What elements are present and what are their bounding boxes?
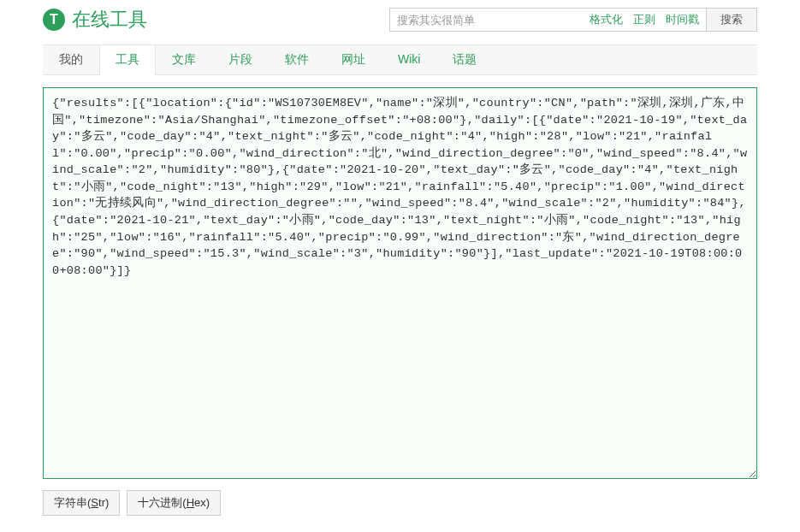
string-button-prefix: 字符串( [54, 496, 91, 509]
timestamp-link[interactable]: 时间戳 [666, 12, 699, 27]
string-button-key: S [91, 496, 98, 509]
logo-section[interactable]: 在线工具 [43, 7, 147, 33]
search-input[interactable] [389, 8, 583, 32]
nav-item-library[interactable]: 文库 [156, 45, 212, 74]
search-section: 格式化 正则 时间戳 搜索 [389, 8, 757, 32]
nav-item-my[interactable]: 我的 [43, 45, 99, 74]
format-link[interactable]: 格式化 [590, 12, 623, 27]
nav-bar: 我的 工具 文库 片段 软件 网址 Wiki 话题 [43, 44, 757, 75]
regex-link[interactable]: 正则 [633, 12, 655, 27]
hex-button-key: H [187, 496, 194, 509]
nav-item-software[interactable]: 软件 [269, 45, 325, 74]
hex-button-suffix: ex) [194, 496, 210, 509]
nav-item-snippets[interactable]: 片段 [212, 45, 269, 74]
search-links: 格式化 正则 时间戳 [583, 8, 706, 32]
nav-item-tools[interactable]: 工具 [99, 45, 156, 75]
logo-icon [43, 9, 65, 31]
string-button[interactable]: 字符串(Str) [43, 490, 120, 516]
nav-item-urls[interactable]: 网址 [325, 45, 382, 74]
nav-item-topics[interactable]: 话题 [436, 45, 493, 74]
header: 在线工具 格式化 正则 时间戳 搜索 [0, 0, 800, 44]
content-area [43, 87, 757, 482]
json-textarea[interactable] [43, 87, 757, 479]
string-button-suffix: tr) [98, 496, 109, 509]
search-button[interactable]: 搜索 [706, 8, 757, 32]
nav-item-wiki[interactable]: Wiki [382, 45, 436, 74]
hex-button[interactable]: 十六进制(Hex) [127, 490, 221, 516]
hex-button-prefix: 十六进制( [138, 496, 186, 509]
bottom-buttons: 字符串(Str) 十六进制(Hex) [43, 490, 757, 516]
site-title: 在线工具 [72, 7, 147, 33]
